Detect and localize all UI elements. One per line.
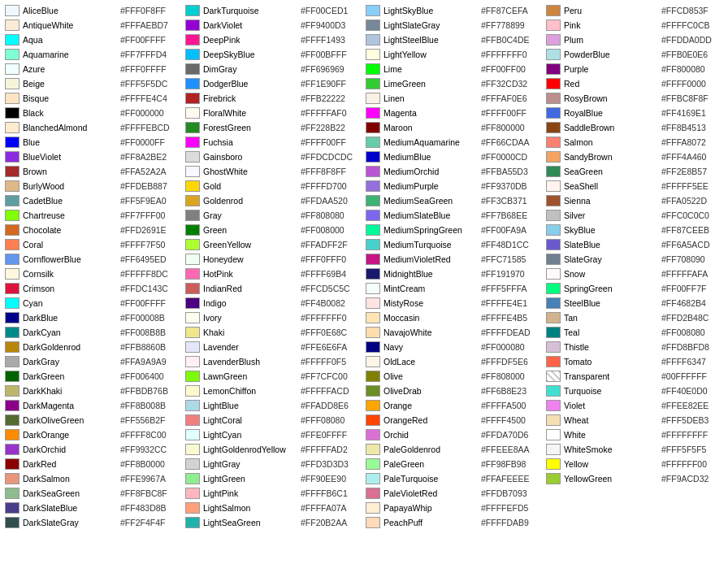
color-swatch [366, 20, 380, 31]
color-name: MediumBlue [384, 152, 481, 162]
color-hex: #FF4682B4 [661, 298, 706, 308]
color-name: DarkMagenta [23, 401, 120, 410]
color-hex: #FFFF00FF [301, 137, 346, 147]
list-item: OldLace#FFFDF5E6 [364, 354, 544, 369]
color-swatch [5, 137, 20, 148]
color-swatch [5, 488, 20, 499]
list-item: IndianRed#FFCD5C5C [184, 281, 364, 296]
color-name: MintCream [384, 284, 481, 293]
list-item: Sienna#FFA0522D [544, 193, 725, 208]
list-item: Chartreuse#FF7FFF00 [3, 208, 184, 223]
color-swatch [546, 444, 561, 455]
color-name: RosyBrown [564, 93, 661, 103]
color-swatch [546, 5, 561, 16]
color-hex: #FF8B0000 [120, 459, 165, 469]
color-swatch [5, 356, 20, 367]
color-name: LightGreen [203, 474, 301, 484]
color-name: Cornsilk [23, 269, 120, 279]
color-hex: #FFFFDEAD [481, 328, 531, 337]
list-item: PowderBlue#FFB0E0E6 [544, 47, 725, 62]
color-swatch [185, 180, 200, 192]
color-swatch [185, 414, 200, 426]
color-name: Violet [564, 401, 661, 410]
list-item: LightGoldenrodYellow#FFFFFAD2 [184, 442, 364, 457]
color-hex: #FFB0E0E6 [661, 50, 708, 59]
list-item: Yellow#FFFFFF00 [544, 457, 725, 471]
color-name: MediumSlateBlue [384, 210, 481, 220]
color-name: Gold [203, 181, 301, 191]
color-hex: #FF6A5ACD [661, 240, 710, 249]
color-name: DarkKhaki [23, 386, 120, 396]
color-name: PaleGoldenrod [384, 445, 481, 454]
color-hex: #FFADD8E6 [301, 401, 349, 410]
color-name: FloralWhite [203, 108, 301, 118]
color-swatch [366, 297, 380, 309]
color-swatch [5, 20, 20, 31]
list-item: Black#FF000000 [3, 106, 184, 120]
color-name: Ivory [203, 313, 301, 323]
list-item: BlanchedAlmond#FFFFEBCD [3, 120, 184, 135]
color-swatch [5, 429, 20, 440]
color-swatch [546, 224, 561, 236]
color-hex: #FFFAEBD7 [120, 20, 168, 30]
list-item: Honeydew#FFF0FFF0 [184, 252, 364, 267]
color-swatch [5, 63, 20, 75]
list-item: Gold#FFFFD700 [184, 179, 364, 193]
color-name: DimGray [203, 64, 301, 74]
color-swatch [185, 268, 200, 280]
color-swatch [546, 341, 561, 353]
list-item: MidnightBlue#FF191970 [364, 267, 544, 281]
list-item: DarkOliveGreen#FF556B2F [3, 413, 184, 427]
color-hex: #FFFA8072 [661, 137, 706, 147]
color-swatch [546, 78, 561, 89]
color-name: RoyalBlue [564, 108, 661, 118]
color-hex: #FF9ACD32 [661, 474, 708, 484]
color-name: YellowGreen [564, 474, 661, 484]
color-hex: #FF00FF00 [481, 64, 526, 74]
color-name: Crimson [23, 284, 120, 293]
color-hex: #FFEE82EE [661, 401, 708, 410]
color-hex: #FF87CEEB [661, 225, 709, 235]
color-swatch [185, 93, 200, 104]
color-swatch [546, 166, 561, 177]
list-item: Maroon#FF800000 [364, 120, 544, 135]
color-hex: #FF8B4513 [661, 123, 706, 132]
color-name: ForestGreen [203, 123, 301, 132]
list-item: MediumAquamarine#FF66CDAA [364, 135, 544, 150]
color-swatch [185, 488, 200, 499]
color-swatch [366, 151, 380, 163]
color-name: Pink [564, 20, 661, 30]
color-swatch [185, 166, 200, 177]
color-name: LightSalmon [203, 503, 301, 513]
color-name: Plum [564, 35, 661, 45]
color-swatch [546, 34, 561, 46]
color-name: Lime [384, 64, 481, 74]
color-swatch [366, 444, 380, 455]
list-item: Wheat#FFF5DEB3 [544, 413, 725, 427]
color-name: MediumTurquoise [384, 240, 481, 249]
color-hex: #FFFFFACD [301, 386, 349, 396]
list-item: DarkGray#FFA9A9A9 [3, 354, 184, 369]
color-swatch [185, 49, 200, 60]
color-name: LightSteelBlue [384, 35, 481, 45]
color-hex: #FFDAA520 [301, 196, 348, 206]
list-item: Green#FF008000 [184, 223, 364, 237]
color-hex: #FF00008B [120, 313, 165, 323]
list-item: Beige#FFF5F5DC [3, 76, 184, 91]
color-swatch [366, 5, 380, 16]
color-swatch [366, 224, 380, 236]
color-name: MediumSpringGreen [384, 225, 481, 235]
color-name: OldLace [384, 357, 481, 367]
color-swatch [185, 239, 200, 250]
color-name: Snow [564, 269, 661, 279]
list-item: LemonChiffon#FFFFFACD [184, 384, 364, 398]
list-item: Orange#FFFFA500 [364, 398, 544, 413]
color-hex: #FF556B2F [120, 415, 165, 425]
color-name: Magenta [384, 108, 481, 118]
color-name: Cyan [23, 298, 120, 308]
color-name: MediumPurple [384, 181, 481, 191]
color-name: Silver [564, 210, 661, 220]
color-hex: #FFFFA07A [301, 503, 347, 513]
color-name: Aquamarine [23, 50, 120, 59]
color-swatch [546, 458, 561, 470]
